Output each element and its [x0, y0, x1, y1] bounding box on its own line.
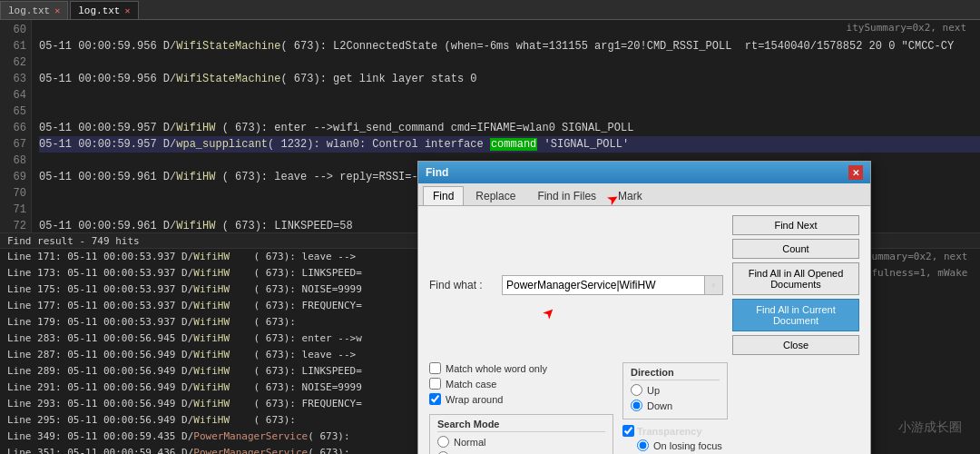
tab-mark[interactable]: Mark: [608, 186, 652, 205]
tab-find[interactable]: Find: [423, 186, 464, 205]
match-case-row: Match case: [429, 378, 613, 390]
find-dialog-close-button[interactable]: ✕: [848, 165, 863, 180]
result-line: Line 291: 05-11 00:00:56.949 D/WifiHW ( …: [0, 381, 417, 398]
match-whole-word-label: Match whole word only: [446, 363, 547, 374]
checkboxes-area: Match whole word only Match case Wrap ar…: [429, 362, 613, 454]
watermark: 小游成长圈: [898, 419, 962, 436]
wrap-around-row: Wrap around: [429, 393, 613, 405]
result-line: Line 173: 05-11 00:00:53.937 D/WifiHW ( …: [0, 267, 417, 283]
result-line: Line 175: 05-11 00:00:53.937 D/WifiHW ( …: [0, 283, 417, 300]
on-losing-focus-row: On losing focus: [637, 439, 728, 451]
tab-label-2: log.txt: [78, 5, 120, 16]
tab-close-1[interactable]: ✕: [54, 5, 60, 16]
code-line: 05-11 00:00:59.956 D/WifiStateMachine( 6…: [39, 38, 980, 54]
down-direction-row: Down: [631, 400, 720, 411]
count-button[interactable]: Count: [732, 239, 859, 259]
code-line: [39, 87, 980, 104]
result-line: Line 177: 05-11 00:00:53.937 D/WifiHW ( …: [0, 300, 417, 316]
code-line-highlighted: 05-11 00:00:59.957 D/wpa_supplicant( 123…: [39, 136, 980, 153]
find-dropdown-button[interactable]: ▼: [705, 275, 723, 295]
search-results-list: Line 171: 05-11 00:00:53.937 D/WifiHW ( …: [0, 249, 417, 454]
down-direction-radio[interactable]: [631, 400, 642, 411]
tab-label-1: log.txt: [8, 5, 50, 16]
transparency-header: Transparency: [622, 425, 728, 437]
wrap-around-label: Wrap around: [446, 394, 503, 405]
tab-find-in-files[interactable]: Find in Files: [527, 186, 606, 205]
editor-area: 6061626364 6566676869 707172 05-11 00:00…: [0, 20, 980, 454]
tab-replace[interactable]: Replace: [466, 186, 525, 205]
code-line: [39, 54, 980, 71]
down-direction-label: Down: [647, 400, 672, 411]
match-whole-word-row: Match whole word only: [429, 362, 613, 374]
tab-close-2[interactable]: ✕: [124, 5, 130, 16]
up-direction-label: Up: [647, 385, 660, 396]
search-result-text: Find result - 749 hits: [7, 235, 140, 247]
find-dialog-titlebar: Find ✕: [418, 162, 870, 183]
normal-mode-row: Normal: [437, 436, 605, 448]
transparency-section: Transparency On losing focus Always: [622, 425, 728, 454]
find-what-label: Find what :: [429, 279, 502, 291]
result-line: Line 293: 05-11 00:00:56.949 D/WifiHW ( …: [0, 398, 417, 414]
result-line: Line 349: 05-11 00:00:59.435 D/PowerMana…: [0, 430, 417, 447]
match-case-checkbox[interactable]: [429, 378, 441, 390]
find-buttons-column: Find Next Count Find All in All Opened D…: [732, 215, 859, 355]
tab-log2[interactable]: log.txt ✕: [70, 1, 138, 19]
find-what-input[interactable]: [502, 275, 705, 295]
result-line: Line 351: 05-11 00:00:59.436 D/PowerMana…: [0, 447, 417, 454]
code-line: 05-11 00:00:59.956 D/WifiStateMachine( 6…: [39, 71, 980, 87]
result-line: Line 287: 05-11 00:00:56.949 D/WifiHW ( …: [0, 349, 417, 365]
up-direction-row: Up: [631, 384, 720, 396]
result-line: Line 171: 05-11 00:00:53.937 D/WifiHW ( …: [0, 251, 417, 267]
find-dialog-body: Find what : ▼ Find Next Count Find All i…: [418, 206, 870, 454]
result-line: Line 289: 05-11 00:00:56.949 D/WifiHW ( …: [0, 365, 417, 381]
code-line: [39, 22, 980, 38]
match-whole-word-checkbox[interactable]: [429, 362, 441, 374]
on-losing-focus-label: On losing focus: [653, 440, 722, 451]
wrap-around-checkbox[interactable]: [429, 393, 441, 405]
transparency-checkbox[interactable]: [622, 425, 634, 437]
up-direction-radio[interactable]: [631, 384, 642, 396]
direction-section: Direction Up Down: [622, 362, 728, 419]
normal-mode-radio[interactable]: [437, 436, 449, 448]
find-all-opened-button[interactable]: Find All in All Opened Documents: [732, 262, 859, 295]
find-dialog: Find ✕ Find Replace Find in Files Mark F…: [417, 161, 871, 454]
options-area: Match whole word only Match case Wrap ar…: [429, 362, 859, 454]
result-line: Line 283: 05-11 00:00:56.945 D/WifiHW ( …: [0, 332, 417, 349]
find-next-button[interactable]: Find Next: [732, 215, 859, 235]
close-button[interactable]: Close: [732, 335, 859, 355]
on-losing-focus-radio[interactable]: [637, 439, 649, 451]
code-line: [39, 104, 980, 120]
right-panel-text: itySummary=0x2, next: [847, 22, 966, 34]
result-line: Line 179: 05-11 00:00:53.937 D/WifiHW ( …: [0, 316, 417, 332]
tab-bar: log.txt ✕ log.txt ✕: [0, 0, 980, 20]
direction-transparency-area: Direction Up Down: [622, 362, 728, 454]
find-tabs: Find Replace Find in Files Mark: [418, 183, 870, 206]
search-mode-label: Search Mode: [437, 419, 605, 432]
direction-label: Direction: [631, 367, 720, 380]
find-what-row: Find what : ▼ Find Next Count Find All i…: [429, 215, 859, 355]
result-line: Line 295: 05-11 00:00:56.949 D/WifiHW ( …: [0, 414, 417, 430]
transparency-label: Transparency: [637, 426, 702, 437]
code-line: 05-11 00:00:59.957 D/WifiHW ( 673): ente…: [39, 120, 980, 136]
find-all-current-button[interactable]: Find All in Current Document: [732, 299, 859, 331]
normal-mode-label: Normal: [454, 437, 485, 448]
find-dialog-title: Find: [426, 166, 448, 179]
search-mode-section: Search Mode Normal Extended (\n, \r, \t,…: [429, 414, 613, 454]
tab-log1[interactable]: log.txt ✕: [0, 1, 68, 19]
match-case-label: Match case: [446, 379, 496, 390]
